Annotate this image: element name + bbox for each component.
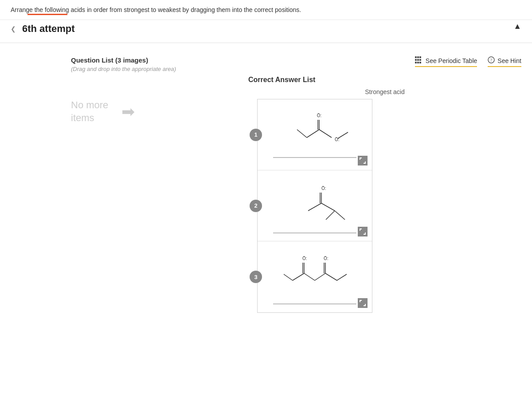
item-number-1: 1 <box>250 129 262 141</box>
svg-text:Ö:: Ö: <box>317 113 322 118</box>
svg-rect-8 <box>419 62 421 63</box>
item-2-separator <box>273 232 356 233</box>
attempt-section: ❮ 6th attempt ▲ <box>0 14 532 43</box>
hint-icon: ? <box>488 56 495 65</box>
answer-list: 1 Ö: Ö: <box>257 99 372 313</box>
up-arrow-icon[interactable]: ▲ <box>513 22 521 31</box>
no-more-text: No moreitems <box>71 99 108 124</box>
item-number-2: 2 <box>250 200 262 212</box>
arrow-right-icon: ➡ <box>121 102 135 121</box>
svg-rect-1 <box>417 56 419 58</box>
instruction-text: Arrange the following acids in order fro… <box>11 6 301 13</box>
svg-rect-4 <box>417 59 419 61</box>
svg-rect-7 <box>417 62 419 63</box>
svg-line-32 <box>304 273 315 280</box>
item-3-separator <box>273 303 356 304</box>
hint-label: See Hint <box>497 57 521 64</box>
question-list-title: Question List (3 images) <box>71 56 213 64</box>
svg-rect-0 <box>415 56 417 58</box>
attempt-header: ❮ 6th attempt <box>11 15 521 43</box>
strongest-acid-label: Strongest acid <box>248 88 521 95</box>
molecule-2-svg: Ö: <box>279 182 350 231</box>
svg-rect-2 <box>419 56 421 58</box>
svg-line-22 <box>308 203 321 211</box>
svg-line-15 <box>297 130 307 138</box>
svg-line-25 <box>335 211 345 220</box>
svg-text:Ö:: Ö: <box>321 186 326 191</box>
answer-item-1[interactable]: 1 Ö: Ö: <box>258 99 372 170</box>
periodic-table-button[interactable]: See Periodic Table <box>415 56 477 67</box>
expand-icon-2[interactable] <box>358 227 368 236</box>
item-number-3: 3 <box>250 271 262 283</box>
content-area: Question List (3 images) (Drag and drop … <box>0 43 532 322</box>
svg-text:Ö:: Ö: <box>324 256 329 261</box>
svg-line-34 <box>293 273 304 280</box>
svg-text:Ö:: Ö: <box>302 256 307 261</box>
expand-icon-3[interactable] <box>358 298 368 308</box>
svg-line-24 <box>326 211 335 220</box>
svg-line-14 <box>307 130 319 138</box>
svg-line-23 <box>321 203 335 211</box>
molecule-3-svg: Ö: Ö: <box>270 253 359 302</box>
correct-answer-section: See Periodic Table ? See Hint Correct An… <box>248 56 521 313</box>
toolbar: See Periodic Table ? See Hint <box>248 56 521 67</box>
svg-line-33 <box>315 273 325 280</box>
svg-rect-6 <box>415 62 417 63</box>
item-1-separator <box>273 157 356 158</box>
svg-line-18 <box>338 132 348 138</box>
svg-line-35 <box>284 274 293 280</box>
answer-item-3[interactable]: 3 Ö: Ö: <box>258 241 372 312</box>
svg-rect-3 <box>415 59 417 61</box>
periodic-table-label: See Periodic Table <box>426 57 477 64</box>
svg-line-36 <box>325 273 337 280</box>
molecule-1-svg: Ö: Ö: <box>270 111 359 155</box>
svg-text:?: ? <box>490 58 493 63</box>
svg-line-16 <box>319 130 332 138</box>
attempt-title: 6th attempt <box>22 23 75 35</box>
correct-answer-title: Correct Answer List <box>248 76 521 84</box>
question-list-subtitle: (Drag and drop into the appropriate area… <box>71 66 213 72</box>
svg-rect-5 <box>419 59 421 61</box>
hint-button[interactable]: ? See Hint <box>488 56 521 67</box>
expand-icon-1[interactable] <box>358 156 368 166</box>
collapse-chevron[interactable]: ❮ <box>11 25 16 32</box>
answer-item-2[interactable]: 2 Ö: <box>258 170 372 241</box>
svg-line-37 <box>337 274 347 280</box>
no-more-items-area: No moreitems ➡ <box>71 99 213 124</box>
periodic-table-icon <box>415 56 423 65</box>
question-list-section: Question List (3 images) (Drag and drop … <box>71 56 213 313</box>
